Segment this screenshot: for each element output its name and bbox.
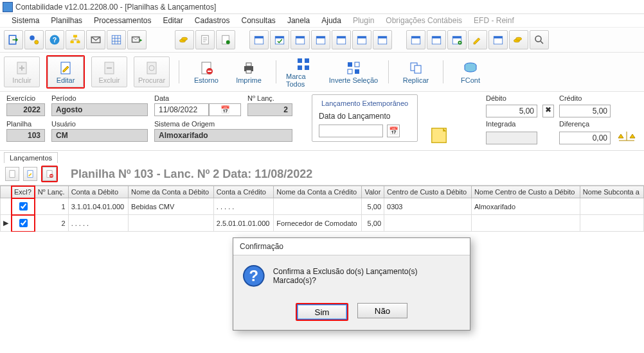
col-excl[interactable]: Excl? (12, 186, 35, 198)
toolbar-table-icon[interactable] (107, 30, 126, 49)
svg-rect-19 (275, 37, 284, 39)
excl-checkbox[interactable] (12, 198, 35, 215)
tab-lancamentos[interactable]: Lançamentos (4, 152, 58, 163)
toolbar-cal-1[interactable] (249, 30, 269, 49)
plus-doc-icon (14, 60, 30, 76)
usuario-value[interactable]: CM (51, 129, 148, 142)
svg-rect-51 (246, 70, 251, 73)
col-nome-conta-credito[interactable]: Nome da Conta a Crédito (274, 186, 362, 198)
dialog-sim-button[interactable]: Sim (297, 304, 347, 320)
sheet-toolbar: Planilha Nº 103 - Lanc. Nº 2 Data: 11/08… (0, 163, 644, 185)
action-estorno[interactable]: Estorno (188, 56, 224, 87)
data-value[interactable]: 11/08/2022 (154, 103, 209, 116)
svg-point-2 (35, 40, 39, 44)
table-row[interactable]: 1 3.1.01.04.01.000 Bebidas CMV . . . . .… (1, 198, 644, 215)
action-inverte-selecao[interactable]: Inverte Seleção (328, 56, 379, 87)
minus-doc-icon (102, 60, 117, 76)
col-nome-ccusto-debito[interactable]: Nome Centro de Custo a Débito (471, 186, 580, 198)
menu-janela[interactable]: Janela (287, 16, 310, 25)
toolbar-main: ? (0, 28, 644, 53)
dialog-nao-button[interactable]: Não (357, 303, 407, 318)
mini-delete-icon[interactable] (42, 167, 57, 181)
col-nome-conta-debito[interactable]: Nome da Conta a Débito (129, 186, 214, 198)
diferenca-label: Diferença (559, 120, 611, 128)
menu-planilhas[interactable]: Planilhas (51, 16, 82, 25)
toolbar-cal-check[interactable] (270, 30, 289, 49)
menu-consultas[interactable]: Consultas (242, 16, 276, 25)
calendar-icon-2[interactable]: 📅 (387, 125, 400, 137)
menu-cadastros[interactable]: Cadastros (195, 16, 230, 25)
diferenca-value: 0,00 (559, 132, 611, 144)
integrada-value (486, 132, 537, 144)
col-valor[interactable]: Valor (362, 186, 384, 198)
exercicio-value[interactable]: 2022 (6, 103, 45, 116)
toolbar-mail-send-icon[interactable] (127, 30, 147, 49)
menu-editar[interactable]: Editar (163, 16, 183, 25)
planilha-value[interactable]: 103 (6, 129, 45, 142)
periodo-value[interactable]: Agosto (51, 103, 148, 116)
table-row[interactable]: ▶ 2 . . . . . 2.5.01.01.01.000 Fornecedo… (1, 215, 644, 232)
action-imprime[interactable]: Imprime (231, 56, 267, 87)
action-replicar[interactable]: Replicar (398, 56, 434, 87)
mini-edit-icon[interactable] (23, 167, 37, 181)
action-marca-todos[interactable]: Marca Todos (285, 56, 321, 87)
action-procurar[interactable]: Procurar (134, 56, 170, 87)
excl-checkbox[interactable] (12, 215, 35, 232)
note-icon[interactable] (429, 126, 449, 145)
action-excluir[interactable]: Excluir (91, 56, 127, 87)
action-editar[interactable]: Editar (48, 56, 84, 87)
toolbar-exit-icon[interactable] (4, 30, 23, 49)
col-nlanc[interactable]: Nº Lanç. (35, 186, 68, 198)
toolbar-cal-9[interactable] (427, 30, 446, 49)
menu-processamentos[interactable]: Processamentos (94, 16, 151, 25)
toolbar-org-icon[interactable] (66, 30, 85, 49)
mini-new-icon[interactable] (5, 167, 19, 181)
toolbar-coins-1[interactable] (175, 30, 194, 49)
select-all-icon (296, 56, 311, 72)
origem-value[interactable]: Almoxarifado (154, 129, 292, 142)
toolbar-cal-4[interactable] (311, 30, 330, 49)
action-bar: Incluir Editar Excluir Procurar Estorno … (0, 53, 644, 92)
toolbar-doc-2[interactable] (216, 30, 235, 49)
col-ccusto-debito[interactable]: Centro de Custo a Débito (384, 186, 472, 198)
toolbar-cal-add[interactable] (447, 30, 467, 49)
toolbar-cal-8[interactable] (406, 30, 425, 49)
toolbar-cal-6[interactable] (352, 30, 371, 49)
ext-data-input[interactable] (319, 125, 383, 137)
action-fcont[interactable]: FCont (452, 56, 488, 87)
menu-sistema[interactable]: Sistema (12, 16, 39, 25)
search-doc-icon (144, 60, 159, 76)
clear-debit-icon[interactable]: ✖ (542, 105, 554, 117)
toolbar-help-icon[interactable]: ? (45, 30, 64, 49)
toolbar-search-icon[interactable] (530, 30, 549, 49)
menu-efd[interactable]: EFD - Reinf (474, 16, 514, 25)
svg-rect-5 (73, 35, 77, 38)
col-conta-debito[interactable]: Conta a Débito (68, 186, 128, 198)
invert-icon (346, 60, 361, 76)
toolbar-doc-1[interactable] (195, 30, 215, 49)
menu-ajuda[interactable]: Ajuda (321, 16, 341, 25)
toolbar-mail-icon[interactable] (86, 30, 105, 49)
action-excluir-label: Excluir (98, 76, 120, 84)
menu-plugin[interactable]: Plugin (353, 16, 374, 25)
toolbar-edit-icon[interactable] (468, 30, 487, 49)
toolbar-cal-3[interactable] (291, 30, 310, 49)
nlanc-value[interactable]: 2 (247, 103, 292, 116)
svg-point-40 (516, 37, 522, 40)
toolbar-key-icon[interactable] (24, 30, 44, 49)
svg-rect-64 (10, 171, 15, 178)
toolbar-cal-c[interactable] (488, 30, 508, 49)
action-incluir[interactable]: Incluir (4, 56, 40, 87)
action-imprime-label: Imprime (236, 76, 262, 84)
data-table: Excl? Nº Lanç. Conta a Débito Nome da Co… (0, 185, 644, 232)
toolbar-cal-5[interactable] (332, 30, 351, 49)
col-conta-credito[interactable]: Conta a Crédito (213, 186, 273, 198)
svg-rect-57 (355, 62, 359, 67)
title-bar: Contabilidade v12.01.2208.00 - [Planilha… (0, 0, 644, 14)
menu-obrigacoes[interactable]: Obrigações Contábeis (386, 16, 462, 25)
toolbar-coins-2[interactable] (509, 30, 528, 49)
calendar-icon[interactable]: 📅 (209, 103, 241, 116)
svg-rect-53 (305, 58, 309, 63)
toolbar-cal-7[interactable] (373, 30, 392, 49)
col-nome-subconta[interactable]: Nome Subconta a (580, 186, 643, 198)
